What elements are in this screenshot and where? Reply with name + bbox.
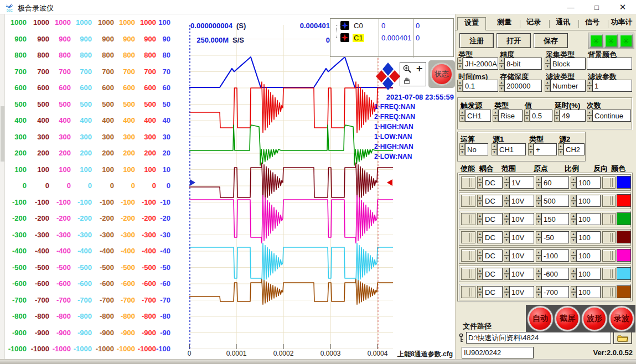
status-button[interactable]: 状态 — [428, 60, 455, 88]
setting-滤波类型[interactable]: Number — [550, 80, 586, 92]
waveform-plot[interactable] — [189, 25, 393, 349]
math-类型[interactable]: + — [534, 143, 557, 155]
spinner-control[interactable]: ▲▼ — [499, 80, 504, 92]
spinner-control[interactable]: ▲▼ — [504, 286, 509, 298]
cursor-name[interactable]: C0 — [353, 22, 364, 30]
spinner-control[interactable]: ▲▼ — [504, 268, 509, 280]
channel-enable-toggle[interactable] — [461, 249, 475, 262]
tab-信号[interactable]: 信号 — [578, 17, 607, 29]
action-button-自动[interactable]: 自动 — [528, 306, 553, 331]
led-button[interactable]: ✳ — [590, 34, 603, 48]
cursor-name[interactable]: C1 — [353, 34, 364, 42]
channel-color-swatch[interactable] — [617, 212, 631, 225]
trigger-延时(%)[interactable]: 49 — [560, 110, 586, 122]
led-button[interactable]: ✳ — [619, 34, 633, 48]
channel-origin[interactable]: -50 — [541, 231, 569, 243]
spinner-control[interactable]: ▲▼ — [459, 110, 465, 122]
pan-hand-icon[interactable] — [403, 76, 412, 85]
spinner-control[interactable]: ▲▼ — [545, 58, 550, 70]
tab-通讯[interactable]: 通讯 — [549, 17, 577, 29]
channel-color-swatch[interactable] — [617, 176, 631, 189]
cursor-c0-marker[interactable] — [190, 179, 195, 186]
channel-range[interactable]: 10V — [509, 268, 534, 280]
spinner-control[interactable]: ▲▼ — [587, 110, 592, 122]
spinner-control[interactable]: ▲▼ — [571, 231, 576, 243]
panel-button-打开[interactable]: 打开 — [497, 33, 531, 48]
zoom-icon[interactable] — [402, 64, 412, 74]
channel-range[interactable]: 10V — [509, 231, 534, 243]
channel-coupling[interactable]: DC — [483, 268, 503, 280]
spinner-control[interactable]: ▲▼ — [571, 176, 576, 189]
channel-scale[interactable]: 100 — [576, 176, 601, 189]
file-path-input[interactable] — [466, 332, 611, 344]
spinner-control[interactable]: ▲▼ — [554, 110, 560, 122]
setting-采集类型[interactable]: Block — [550, 58, 586, 70]
setting-类型[interactable]: JH-2000A — [463, 58, 498, 70]
spinner-control[interactable]: ▲▼ — [504, 231, 509, 243]
spinner-control[interactable]: ▲▼ — [571, 268, 576, 280]
spinner-control[interactable]: ▲▼ — [536, 249, 541, 262]
spinner-control[interactable]: ▲▼ — [571, 195, 576, 207]
channel-enable-toggle[interactable] — [461, 213, 475, 225]
channel-range[interactable]: 10V — [509, 286, 534, 298]
cursor-tree-icon[interactable] — [340, 21, 349, 30]
spinner-control[interactable]: ▲▼ — [477, 268, 483, 280]
spinner-control[interactable]: ▲▼ — [558, 143, 563, 155]
spinner-control[interactable]: ▲▼ — [477, 249, 483, 262]
channel-scale[interactable]: 100 — [576, 231, 601, 243]
spinner-control[interactable]: ▲▼ — [528, 143, 534, 155]
channel-invert-toggle[interactable] — [602, 286, 616, 298]
spinner-control[interactable]: ▲▼ — [492, 143, 497, 155]
channel-origin[interactable]: -100 — [541, 249, 569, 262]
led-button[interactable]: ✳ — [604, 34, 618, 48]
spinner-control[interactable]: ▲▼ — [499, 58, 504, 70]
channel-invert-toggle[interactable] — [602, 213, 616, 225]
spinner-control[interactable]: ▲▼ — [536, 231, 541, 243]
spinner-control[interactable]: ▲▼ — [571, 213, 576, 225]
crosshair-cursor-icon[interactable]: + — [416, 63, 423, 74]
channel-color-swatch[interactable] — [617, 249, 631, 262]
math-源1[interactable]: CH1 — [497, 143, 526, 155]
minimize-button[interactable]: — — [558, 0, 583, 14]
spinner-control[interactable]: ▲▼ — [536, 268, 541, 280]
spinner-control[interactable]: ▲▼ — [477, 213, 483, 225]
channel-scale[interactable]: 100 — [576, 268, 601, 280]
close-button[interactable]: ✕ — [610, 0, 635, 14]
trigger-类型[interactable]: Rise — [498, 110, 523, 122]
spinner-control[interactable]: ▲▼ — [477, 231, 483, 243]
channel-color-swatch[interactable] — [617, 194, 631, 207]
channel-origin[interactable]: 60 — [541, 176, 569, 189]
tab-记录[interactable]: 记录 — [519, 17, 548, 29]
device-id-input[interactable] — [462, 347, 534, 358]
channel-invert-toggle[interactable] — [602, 249, 616, 262]
spinner-control[interactable]: ▲▼ — [477, 195, 483, 207]
action-button-截屏[interactable]: 截屏 — [555, 306, 580, 331]
browse-folder-button[interactable] — [613, 331, 632, 344]
tab-设置[interactable]: 设置 — [457, 17, 486, 30]
channel-range[interactable]: 10V — [509, 195, 534, 207]
channel-coupling[interactable]: DC — [483, 176, 503, 189]
trigger-次数[interactable]: Continue — [592, 110, 631, 122]
trigger-触发源[interactable]: CH1 — [465, 110, 491, 122]
maximize-button[interactable]: □ — [584, 0, 609, 14]
channel-range[interactable]: 10V — [509, 213, 534, 225]
tab-功率计[interactable]: 功率计 — [607, 17, 636, 29]
channel-enable-toggle[interactable] — [461, 195, 475, 207]
channel-invert-toggle[interactable] — [602, 176, 616, 189]
channel-origin[interactable]: -700 — [541, 286, 569, 298]
math-源2[interactable]: CH2 — [563, 143, 585, 155]
channel-coupling[interactable]: DC — [483, 231, 503, 243]
spinner-control[interactable]: ▲▼ — [536, 176, 541, 189]
channel-coupling[interactable]: DC — [483, 213, 503, 225]
spinner-control[interactable]: ▲▼ — [587, 80, 592, 92]
spinner-control[interactable]: ▲▼ — [545, 80, 550, 92]
cursor-tree-icon[interactable] — [340, 33, 349, 42]
background-color-box[interactable] — [587, 58, 632, 70]
spinner-control[interactable]: ▲▼ — [504, 249, 509, 262]
channel-invert-toggle[interactable] — [602, 231, 616, 243]
channel-color-swatch[interactable] — [617, 285, 631, 298]
spinner-control[interactable]: ▲▼ — [504, 176, 509, 189]
spinner-control[interactable]: ▲▼ — [457, 80, 463, 92]
channel-color-swatch[interactable] — [617, 267, 631, 280]
channel-range[interactable]: 1V — [509, 176, 534, 189]
